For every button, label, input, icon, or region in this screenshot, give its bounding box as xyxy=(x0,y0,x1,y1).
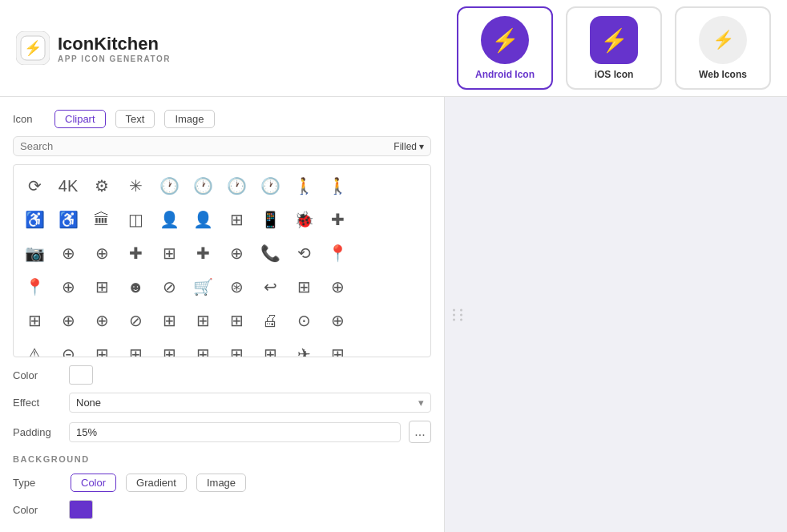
icon-cell[interactable]: 📍 xyxy=(18,271,50,303)
filled-filter-button[interactable]: Filled ▾ xyxy=(394,141,424,152)
svg-text:⚡: ⚡ xyxy=(24,39,42,57)
web-icon-preview: ⚡ xyxy=(699,16,747,64)
icon-cell[interactable]: ⊞ xyxy=(187,338,219,357)
icon-cell[interactable]: ⊞ xyxy=(288,271,320,303)
logo-area: ⚡ IconKitchen APP ICON GENERATOR xyxy=(16,31,171,65)
icon-grid: ⟳4K⚙✳🕐🕐🕐🕐🚶🚶♿♿🏛◫👤👤⊞📱🐞✚📷⊕⊕✚⊞✚⊕📞⟲📍📍⊕⊞☻⊘🛒⊛↩⊞… xyxy=(18,170,426,357)
icon-cell[interactable]: 🏛 xyxy=(86,204,118,236)
image-button[interactable]: Image xyxy=(164,110,214,128)
icon-cell[interactable]: ⊕ xyxy=(52,237,84,269)
icon-cell[interactable]: ⊞ xyxy=(153,237,185,269)
icon-cell[interactable]: ⊞ xyxy=(86,271,118,303)
icon-cell[interactable]: ⊞ xyxy=(86,338,118,357)
icon-grid-container: ⟳4K⚙✳🕐🕐🕐🕐🚶🚶♿♿🏛◫👤👤⊞📱🐞✚📷⊕⊕✚⊞✚⊕📞⟲📍📍⊕⊞☻⊘🛒⊛↩⊞… xyxy=(13,164,431,357)
icon-cell[interactable]: ✚ xyxy=(321,204,353,236)
icon-cell[interactable]: 📱 xyxy=(254,204,286,236)
icon-cell[interactable]: ⊕ xyxy=(52,304,84,337)
icon-cell[interactable]: ⊕ xyxy=(86,304,118,337)
effect-value: None xyxy=(76,397,101,409)
icon-cell[interactable]: ⊛ xyxy=(220,271,252,303)
ios-icon-preview: ⚡ xyxy=(590,16,638,64)
icon-cell[interactable]: 4K xyxy=(52,170,84,202)
icon-cell[interactable]: ⊕ xyxy=(321,271,353,303)
icon-cell[interactable]: 📍 xyxy=(321,237,353,269)
chevron-down-icon: ▾ xyxy=(419,141,424,152)
icon-cell[interactable]: ⊞ xyxy=(220,304,252,337)
icon-cell[interactable]: 🚶 xyxy=(288,170,320,202)
icon-cell[interactable]: ⊞ xyxy=(153,338,185,357)
icon-cell[interactable]: ⚠ xyxy=(18,338,50,357)
effect-row: Effect None ▾ xyxy=(13,393,431,413)
padding-input[interactable] xyxy=(69,422,401,442)
icon-cell[interactable]: ⚙ xyxy=(86,170,118,202)
tab-ios[interactable]: ⚡ iOS Icon xyxy=(566,6,662,90)
icon-cell[interactable]: 🕐 xyxy=(153,170,185,202)
icon-cell[interactable]: ⊞ xyxy=(187,304,219,337)
icon-cell[interactable]: ⊕ xyxy=(321,304,353,337)
clipart-button[interactable]: Clipart xyxy=(54,110,106,128)
icon-cell[interactable]: ⊘ xyxy=(119,304,151,337)
background-section-title: BACKGROUND xyxy=(13,451,431,466)
bg-gradient-button[interactable]: Gradient xyxy=(126,474,187,492)
bg-image-button[interactable]: Image xyxy=(196,474,246,492)
icon-cell[interactable]: ⊕ xyxy=(52,271,84,303)
icon-cell[interactable]: ◫ xyxy=(119,204,151,236)
icon-cell[interactable]: 👤 xyxy=(153,204,185,236)
tab-android-label: Android Icon xyxy=(475,69,535,80)
padding-row: Padding ... xyxy=(13,421,431,443)
icon-cell[interactable]: 🕐 xyxy=(220,170,252,202)
icon-cell[interactable]: ⊕ xyxy=(220,237,252,269)
tab-web[interactable]: ⚡ Web Icons xyxy=(675,6,771,90)
icon-cell[interactable]: 👤 xyxy=(187,204,219,236)
icon-cell[interactable]: ⟳ xyxy=(18,170,50,202)
icon-grid-scroll[interactable]: ⟳4K⚙✳🕐🕐🕐🕐🚶🚶♿♿🏛◫👤👤⊞📱🐞✚📷⊕⊕✚⊞✚⊕📞⟲📍📍⊕⊞☻⊘🛒⊛↩⊞… xyxy=(14,165,430,357)
icon-cell[interactable]: 🐞 xyxy=(288,204,320,236)
icon-cell[interactable]: ↩ xyxy=(254,271,286,303)
icon-cell[interactable]: ⊞ xyxy=(18,304,50,337)
icon-cell[interactable]: ⊞ xyxy=(321,338,353,357)
chevron-down-icon: ▾ xyxy=(418,397,424,409)
icon-cell[interactable]: ✚ xyxy=(187,237,219,269)
icon-cell[interactable]: ⊞ xyxy=(153,304,185,337)
search-input[interactable] xyxy=(20,140,389,152)
icon-cell[interactable]: 📷 xyxy=(18,237,50,269)
more-button[interactable]: ... xyxy=(409,421,431,443)
icon-cell[interactable]: ♿ xyxy=(18,204,50,236)
icon-cell[interactable]: 🚶 xyxy=(321,170,353,202)
icon-cell[interactable]: ⊕ xyxy=(86,237,118,269)
icon-cell[interactable]: ⊞ xyxy=(220,338,252,357)
icon-cell[interactable]: 📞 xyxy=(254,237,286,269)
logo-title: IconKitchen xyxy=(58,34,171,54)
effect-dropdown[interactable]: None ▾ xyxy=(69,393,431,413)
icon-cell[interactable]: ☻ xyxy=(119,271,151,303)
icon-cell[interactable]: ⊘ xyxy=(153,271,185,303)
icon-cell[interactable]: 🕐 xyxy=(254,170,286,202)
filled-label: Filled xyxy=(394,141,417,152)
drag-handle xyxy=(453,308,465,320)
icon-cell[interactable]: ✳ xyxy=(119,170,151,202)
color-swatch[interactable] xyxy=(69,365,93,385)
effect-label: Effect xyxy=(13,397,61,409)
main-area: Icon Clipart Text Image Filled ▾ ⟳4K⚙✳🕐🕐… xyxy=(0,97,787,532)
icon-cell[interactable]: ✚ xyxy=(119,237,151,269)
icon-cell[interactable]: 🖨 xyxy=(254,304,286,337)
icon-cell[interactable]: 🛒 xyxy=(187,271,219,303)
icon-cell[interactable]: ⊞ xyxy=(220,204,252,236)
top-bar: ⚡ IconKitchen APP ICON GENERATOR ⚡ Andro… xyxy=(0,0,787,97)
tab-ios-label: iOS Icon xyxy=(595,69,634,80)
icon-cell[interactable]: ⊙ xyxy=(288,304,320,337)
bg-color-swatch[interactable] xyxy=(69,500,93,519)
text-button[interactable]: Text xyxy=(115,110,155,128)
bg-color-button[interactable]: Color xyxy=(71,474,116,492)
bg-type-label: Type xyxy=(13,477,61,489)
icon-cell[interactable]: ✈ xyxy=(288,338,320,357)
icon-cell[interactable]: ⊞ xyxy=(254,338,286,357)
icon-cell[interactable]: 🕐 xyxy=(187,170,219,202)
icon-cell[interactable]: ♿ xyxy=(52,204,84,236)
icon-cell[interactable]: ⊝ xyxy=(52,338,84,357)
tab-android[interactable]: ⚡ Android Icon xyxy=(457,6,553,90)
color-label: Color xyxy=(13,369,61,381)
icon-cell[interactable]: ⊞ xyxy=(119,338,151,357)
logo-text-area: IconKitchen APP ICON GENERATOR xyxy=(58,34,171,63)
icon-cell[interactable]: ⟲ xyxy=(288,237,320,269)
